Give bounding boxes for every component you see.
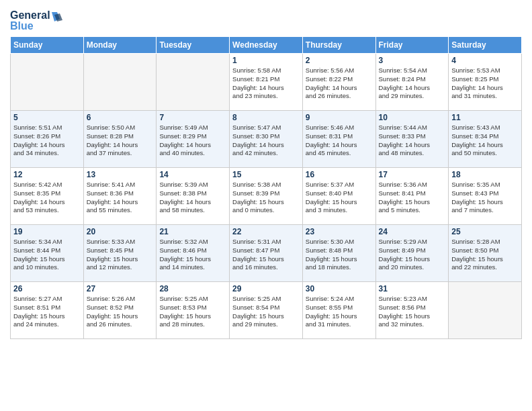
day-info: Sunrise: 5:32 AM Sunset: 8:46 PM Dayligh… [159,238,226,272]
calendar-cell: 19Sunrise: 5:34 AM Sunset: 8:44 PM Dayli… [11,225,84,282]
calendar-table: SundayMondayTuesdayWednesdayThursdayFrid… [10,36,522,339]
day-info: Sunrise: 5:46 AM Sunset: 8:31 PM Dayligh… [306,124,373,158]
day-number: 4 [451,56,519,65]
day-number: 11 [451,113,519,122]
day-info: Sunrise: 5:25 AM Sunset: 8:53 PM Dayligh… [159,295,226,329]
day-info: Sunrise: 5:39 AM Sunset: 8:38 PM Dayligh… [159,181,226,215]
calendar-cell: 30Sunrise: 5:24 AM Sunset: 8:55 PM Dayli… [302,282,375,339]
day-info: Sunrise: 5:24 AM Sunset: 8:55 PM Dayligh… [306,295,373,329]
day-info: Sunrise: 5:38 AM Sunset: 8:39 PM Dayligh… [232,181,300,215]
day-number: 18 [451,170,519,179]
calendar-cell: 9Sunrise: 5:46 AM Sunset: 8:31 PM Daylig… [302,111,375,168]
calendar-cell: 8Sunrise: 5:47 AM Sunset: 8:30 PM Daylig… [230,111,303,168]
day-number: 21 [159,227,226,236]
day-info: Sunrise: 5:54 AM Sunset: 8:24 PM Dayligh… [379,66,446,101]
calendar-cell: 1Sunrise: 5:58 AM Sunset: 8:21 PM Daylig… [230,54,303,111]
calendar-cell: 7Sunrise: 5:49 AM Sunset: 8:29 PM Daylig… [157,111,230,168]
weekday-header: Sunday [11,37,84,54]
weekday-header: Monday [83,37,157,54]
day-info: Sunrise: 5:36 AM Sunset: 8:41 PM Dayligh… [379,181,446,215]
day-number: 10 [379,113,446,122]
day-number: 22 [232,227,300,236]
weekday-header: Wednesday [230,37,303,54]
calendar-cell: 16Sunrise: 5:37 AM Sunset: 8:40 PM Dayli… [302,168,375,225]
day-info: Sunrise: 5:51 AM Sunset: 8:26 PM Dayligh… [13,124,81,158]
calendar-cell: 10Sunrise: 5:44 AM Sunset: 8:33 PM Dayli… [375,111,449,168]
day-number: 19 [13,227,81,236]
calendar-cell: 4Sunrise: 5:53 AM Sunset: 8:25 PM Daylig… [449,54,522,111]
calendar-page: General Blue SundayMondayTuesdayWednesda… [0,0,532,349]
day-number: 7 [159,113,226,122]
calendar-cell: 5Sunrise: 5:51 AM Sunset: 8:26 PM Daylig… [11,111,84,168]
svg-text:Blue: Blue [10,20,34,32]
calendar-cell [157,54,230,111]
day-number: 5 [13,113,81,122]
calendar-cell: 18Sunrise: 5:35 AM Sunset: 8:43 PM Dayli… [449,168,522,225]
calendar-cell: 13Sunrise: 5:41 AM Sunset: 8:36 PM Dayli… [83,168,157,225]
day-number: 8 [232,113,300,122]
weekday-header: Thursday [302,37,375,54]
day-number: 13 [87,170,154,179]
day-info: Sunrise: 5:56 AM Sunset: 8:22 PM Dayligh… [306,66,373,101]
calendar-cell: 24Sunrise: 5:29 AM Sunset: 8:49 PM Dayli… [375,225,449,282]
calendar-cell: 12Sunrise: 5:42 AM Sunset: 8:35 PM Dayli… [11,168,84,225]
day-number: 1 [232,56,300,65]
calendar-cell: 26Sunrise: 5:27 AM Sunset: 8:51 PM Dayli… [11,282,84,339]
calendar-cell [449,282,522,339]
logo: General Blue [10,7,64,32]
day-info: Sunrise: 5:41 AM Sunset: 8:36 PM Dayligh… [87,181,154,215]
day-number: 12 [13,170,81,179]
calendar-cell: 2Sunrise: 5:56 AM Sunset: 8:22 PM Daylig… [302,54,375,111]
day-info: Sunrise: 5:47 AM Sunset: 8:30 PM Dayligh… [232,124,300,158]
day-number: 3 [379,56,446,65]
day-info: Sunrise: 5:44 AM Sunset: 8:33 PM Dayligh… [379,124,446,158]
calendar-week-row: 12Sunrise: 5:42 AM Sunset: 8:35 PM Dayli… [11,168,522,225]
day-number: 31 [379,284,446,293]
header: General Blue [10,7,522,32]
day-number: 28 [159,284,226,293]
day-info: Sunrise: 5:42 AM Sunset: 8:35 PM Dayligh… [13,181,81,215]
weekday-header: Friday [375,37,449,54]
day-number: 30 [306,284,373,293]
day-number: 26 [13,284,81,293]
calendar-cell [11,54,84,111]
day-info: Sunrise: 5:30 AM Sunset: 8:48 PM Dayligh… [306,238,373,272]
day-number: 17 [379,170,446,179]
day-info: Sunrise: 5:33 AM Sunset: 8:45 PM Dayligh… [87,238,154,272]
calendar-week-row: 26Sunrise: 5:27 AM Sunset: 8:51 PM Dayli… [11,282,522,339]
day-info: Sunrise: 5:50 AM Sunset: 8:28 PM Dayligh… [87,124,154,158]
calendar-week-row: 5Sunrise: 5:51 AM Sunset: 8:26 PM Daylig… [11,111,522,168]
logo-svg: General Blue [10,7,64,32]
day-info: Sunrise: 5:29 AM Sunset: 8:49 PM Dayligh… [379,238,446,272]
calendar-cell: 15Sunrise: 5:38 AM Sunset: 8:39 PM Dayli… [230,168,303,225]
calendar-week-row: 19Sunrise: 5:34 AM Sunset: 8:44 PM Dayli… [11,225,522,282]
day-number: 2 [306,56,373,65]
day-number: 25 [451,227,519,236]
day-info: Sunrise: 5:49 AM Sunset: 8:29 PM Dayligh… [159,124,226,158]
day-number: 14 [159,170,226,179]
day-info: Sunrise: 5:26 AM Sunset: 8:52 PM Dayligh… [87,295,154,329]
calendar-cell: 27Sunrise: 5:26 AM Sunset: 8:52 PM Dayli… [83,282,157,339]
weekday-header: Saturday [449,37,522,54]
day-info: Sunrise: 5:43 AM Sunset: 8:34 PM Dayligh… [451,124,519,158]
day-info: Sunrise: 5:23 AM Sunset: 8:56 PM Dayligh… [379,295,446,329]
day-number: 24 [379,227,446,236]
day-info: Sunrise: 5:35 AM Sunset: 8:43 PM Dayligh… [451,181,519,215]
calendar-cell: 31Sunrise: 5:23 AM Sunset: 8:56 PM Dayli… [375,282,449,339]
calendar-cell: 14Sunrise: 5:39 AM Sunset: 8:38 PM Dayli… [157,168,230,225]
day-info: Sunrise: 5:25 AM Sunset: 8:54 PM Dayligh… [232,295,300,329]
day-number: 23 [306,227,373,236]
calendar-cell: 22Sunrise: 5:31 AM Sunset: 8:47 PM Dayli… [230,225,303,282]
day-number: 16 [306,170,373,179]
calendar-cell [83,54,157,111]
calendar-cell: 25Sunrise: 5:28 AM Sunset: 8:50 PM Dayli… [449,225,522,282]
calendar-cell: 29Sunrise: 5:25 AM Sunset: 8:54 PM Dayli… [230,282,303,339]
day-number: 20 [87,227,154,236]
weekday-header-row: SundayMondayTuesdayWednesdayThursdayFrid… [11,37,522,54]
day-number: 27 [87,284,154,293]
calendar-cell: 20Sunrise: 5:33 AM Sunset: 8:45 PM Dayli… [83,225,157,282]
calendar-cell: 28Sunrise: 5:25 AM Sunset: 8:53 PM Dayli… [157,282,230,339]
day-number: 29 [232,284,300,293]
day-info: Sunrise: 5:27 AM Sunset: 8:51 PM Dayligh… [13,295,81,329]
day-number: 6 [87,113,154,122]
